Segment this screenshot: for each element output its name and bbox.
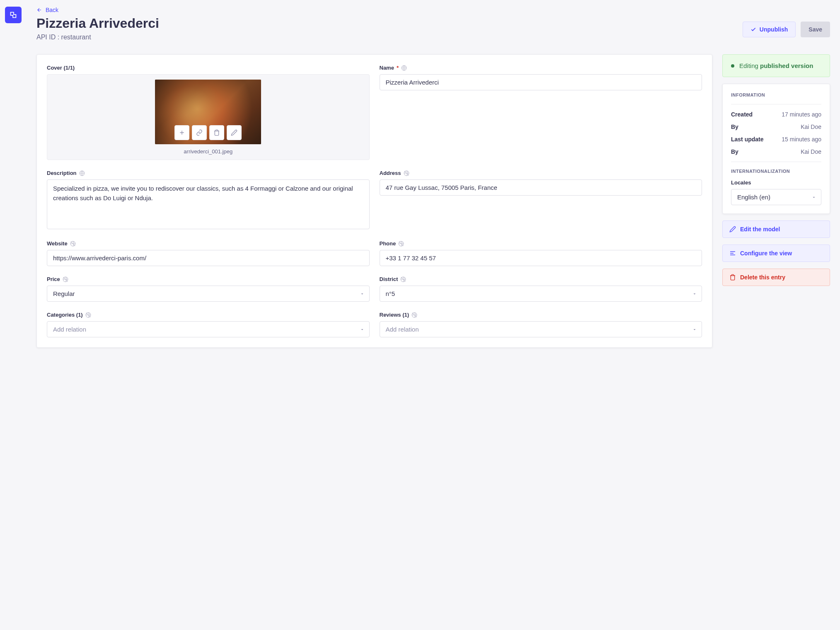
district-select[interactable]: n°5: [380, 286, 702, 302]
sidebar: Editing published version INFORMATION Cr…: [722, 54, 830, 286]
field-categories: Categories (1) Add relation: [47, 312, 370, 337]
website-input[interactable]: [47, 250, 370, 266]
edit-model-button[interactable]: Edit the model: [722, 220, 830, 238]
globe-off-icon: [398, 241, 404, 247]
status-prefix: Editing: [739, 62, 760, 69]
phone-label: Phone: [380, 240, 396, 247]
app-logo[interactable]: [5, 7, 22, 23]
updated-by-value: Kai Doe: [801, 148, 821, 155]
description-input[interactable]: Specialized in pizza, we invite you to r…: [47, 179, 370, 229]
globe-off-icon: [400, 276, 406, 282]
pencil-icon: [231, 129, 237, 136]
categories-placeholder: Add relation: [53, 326, 86, 333]
reviews-placeholder: Add relation: [386, 326, 419, 333]
status-banner: Editing published version: [722, 54, 830, 77]
configure-view-label: Configure the view: [740, 250, 792, 257]
field-price: Price Regular: [47, 276, 370, 302]
cover-add-button[interactable]: [174, 125, 189, 140]
price-select[interactable]: Regular: [47, 286, 370, 302]
arrow-left-icon: [36, 7, 42, 13]
info-created: Created 17 minutes ago: [731, 111, 821, 118]
save-button[interactable]: Save: [801, 22, 830, 37]
back-label: Back: [46, 7, 58, 13]
website-label: Website: [47, 240, 68, 247]
categories-select[interactable]: Add relation: [47, 321, 370, 337]
cover-box: arrivederci_001.jpeg: [47, 74, 370, 160]
globe-off-icon: [412, 312, 417, 318]
field-reviews: Reviews (1) Add relation: [380, 312, 702, 337]
reviews-label: Reviews (1): [380, 312, 409, 318]
district-label: District: [380, 276, 398, 282]
globe-icon: [401, 65, 407, 71]
created-by-value: Kai Doe: [801, 124, 821, 130]
address-input[interactable]: [380, 179, 702, 196]
district-value: n°5: [386, 290, 395, 297]
globe-off-icon: [404, 170, 409, 176]
field-district: District n°5: [380, 276, 702, 302]
cover-label: Cover (1/1): [47, 65, 75, 71]
field-description: Description Specialized in pizza, we inv…: [47, 170, 370, 230]
back-link[interactable]: Back: [36, 7, 58, 13]
page-title: Pizzeria Arrivederci: [36, 16, 159, 31]
phone-input[interactable]: [380, 250, 702, 266]
locales-label: Locales: [731, 179, 751, 186]
cover-filename: arrivederci_001.jpeg: [184, 148, 232, 155]
locale-select[interactable]: English (en): [731, 189, 821, 205]
price-value: Regular: [53, 290, 75, 297]
cover-link-button[interactable]: [192, 125, 207, 140]
status-strong: published version: [760, 62, 813, 69]
trash-icon: [729, 274, 736, 281]
created-value: 17 minutes ago: [782, 111, 821, 118]
name-input[interactable]: [380, 74, 702, 90]
link-icon: [196, 129, 203, 136]
field-website: Website: [47, 240, 370, 266]
pencil-icon: [729, 226, 736, 233]
trash-icon: [213, 129, 220, 136]
name-label: Name: [380, 65, 394, 71]
update-value: 15 minutes ago: [782, 136, 821, 143]
nav-rail: [0, 0, 27, 630]
required-marker: *: [397, 65, 399, 71]
save-label: Save: [809, 26, 822, 33]
delete-entry-button[interactable]: Delete this entry: [722, 269, 830, 286]
by-label: By: [731, 124, 738, 130]
update-label: Last update: [731, 136, 764, 143]
address-label: Address: [380, 170, 401, 176]
plus-icon: [179, 129, 185, 136]
info-heading: INFORMATION: [731, 92, 821, 97]
price-label: Price: [47, 276, 60, 282]
info-updated: Last update 15 minutes ago: [731, 136, 821, 143]
cover-edit-button[interactable]: [227, 125, 242, 140]
info-card: INFORMATION Created 17 minutes ago By Ka…: [722, 84, 830, 214]
page-header: Back Pizzeria Arrivederci API ID : resta…: [36, 7, 830, 41]
check-icon: [750, 27, 756, 32]
form-card: Cover (1/1): [36, 54, 712, 348]
layout-icon: [729, 250, 736, 257]
field-name: Name*: [380, 65, 702, 160]
info-created-by: By Kai Doe: [731, 124, 821, 130]
globe-icon: [79, 170, 85, 176]
by-label: By: [731, 148, 738, 155]
edit-model-label: Edit the model: [740, 226, 780, 233]
created-label: Created: [731, 111, 753, 118]
categories-label: Categories (1): [47, 312, 83, 318]
globe-off-icon: [63, 276, 68, 282]
reviews-select[interactable]: Add relation: [380, 321, 702, 337]
globe-off-icon: [70, 241, 76, 247]
info-updated-by: By Kai Doe: [731, 148, 821, 155]
configure-view-button[interactable]: Configure the view: [722, 245, 830, 262]
description-label: Description: [47, 170, 77, 176]
locale-value: English (en): [737, 194, 770, 201]
unpublish-button[interactable]: Unpublish: [743, 22, 796, 37]
field-cover: Cover (1/1): [47, 65, 370, 160]
status-dot-icon: [731, 64, 734, 68]
page-subtitle: API ID : restaurant: [36, 34, 159, 41]
unpublish-label: Unpublish: [760, 26, 788, 33]
i18n-heading: INTERNATIONALIZATION: [731, 169, 821, 174]
cover-image[interactable]: [155, 80, 261, 144]
delete-entry-label: Delete this entry: [740, 274, 785, 281]
globe-off-icon: [85, 312, 91, 318]
field-address: Address: [380, 170, 702, 230]
cover-delete-button[interactable]: [209, 125, 224, 140]
field-phone: Phone: [380, 240, 702, 266]
